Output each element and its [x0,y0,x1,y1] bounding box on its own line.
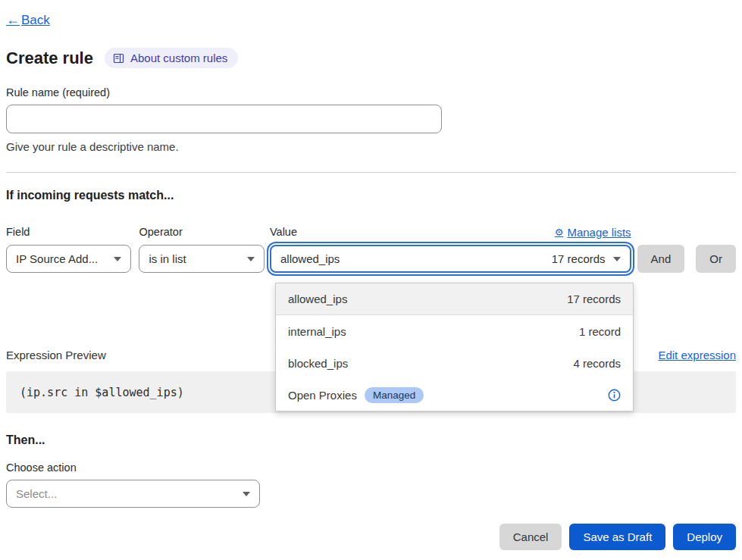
dropdown-item-blocked-ips[interactable]: blocked_ips 4 records [276,347,633,379]
field-label: Field [6,226,30,238]
rule-name-helper: Give your rule a descriptive name. [6,140,736,153]
list-name: blocked_ips [288,357,348,370]
value-dropdown-panel: allowed_ips 17 records internal_ips 1 re… [275,283,634,411]
rule-name-label: Rule name (required) [6,86,736,99]
rule-name-block: Rule name (required) Give your rule a de… [6,86,736,153]
value-select-value: allowed_ips [280,252,340,265]
book-icon [113,53,124,64]
managed-badge: Managed [365,387,424,403]
edit-expression-link[interactable]: Edit expression [658,349,736,361]
field-column: Field IP Source Add... [6,225,131,273]
create-rule-page: ←Back Create rule About custom rules Rul… [0,0,742,550]
then-section-heading: Then... [6,433,736,447]
dropdown-item-allowed-ips[interactable]: allowed_ips 17 records [276,283,633,315]
action-select-placeholder: Select... [16,487,57,500]
section-divider [6,172,736,173]
operator-select[interactable]: is in list [139,245,264,273]
chevron-down-icon [243,492,250,496]
save-as-draft-button[interactable]: Save as Draft [569,524,665,550]
back-arrow-icon: ← [6,12,20,28]
operator-label: Operator [139,226,182,238]
list-records: 1 record [579,325,621,338]
title-row: Create rule About custom rules [6,48,736,68]
dropdown-item-open-proxies[interactable]: Open Proxies Managed [276,379,633,411]
action-select[interactable]: Select... [6,480,260,508]
value-records-count: 17 records [552,252,606,265]
operator-select-value: is in list [149,252,186,265]
value-select[interactable]: allowed_ips 17 records [270,245,631,273]
list-name: allowed_ips [288,293,347,305]
deploy-button[interactable]: Deploy [673,524,736,550]
about-custom-rules-link[interactable]: About custom rules [105,48,238,68]
expression-code: (ip.src in $allowed_ips) [20,386,184,399]
field-select-value: IP Source Add... [16,252,98,265]
chevron-down-icon [247,257,255,261]
back-link-label: Back [21,13,50,28]
choose-action-label: Choose action [6,461,736,474]
or-button[interactable]: Or [696,245,736,273]
value-label: Value [270,226,297,238]
footer-actions: Cancel Save as Draft Deploy [6,524,736,550]
manage-lists-label: Manage lists [567,226,631,239]
rule-name-input[interactable] [6,105,442,133]
match-section-heading: If incoming requests match... [6,189,736,202]
match-controls-row: Field IP Source Add... Operator is in li… [6,225,736,273]
info-icon[interactable] [608,389,621,402]
back-link[interactable]: ←Back [6,12,50,28]
list-name: Open Proxies [288,389,357,402]
operator-column: Operator is in list [139,225,264,273]
list-records: 17 records [567,293,621,305]
about-badge-label: About custom rules [130,52,227,64]
list-name: internal_ips [288,325,346,338]
value-column: Value ⚙ Manage lists allowed_ips 17 reco… [270,225,631,273]
manage-lists-link[interactable]: ⚙ Manage lists [555,226,631,239]
field-select[interactable]: IP Source Add... [6,245,131,273]
chevron-down-icon [613,257,621,261]
list-records: 4 records [573,357,621,370]
and-button[interactable]: And [637,245,685,273]
gear-icon: ⚙ [555,227,564,238]
expression-preview-label: Expression Preview [6,349,106,361]
cancel-button[interactable]: Cancel [499,524,562,550]
page-title: Create rule [6,48,93,68]
dropdown-item-internal-ips[interactable]: internal_ips 1 record [276,315,633,347]
chevron-down-icon [114,257,121,261]
